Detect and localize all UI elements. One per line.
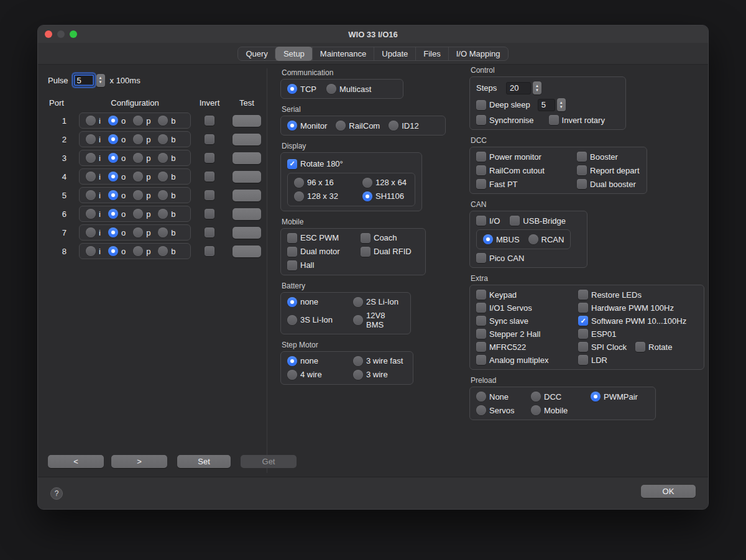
tab-maintenance[interactable]: Maintenance: [312, 47, 374, 60]
radio-dcc[interactable]: [531, 392, 541, 402]
radio-servos[interactable]: [476, 405, 486, 415]
checkbox-fast-pt[interactable]: [476, 179, 486, 189]
radio-2s-li-ion[interactable]: [353, 297, 363, 307]
checkbox-coach[interactable]: [361, 233, 371, 243]
radio-port-4-p[interactable]: [133, 172, 143, 181]
tab-query[interactable]: Query: [238, 47, 275, 60]
radio-12v8-bms[interactable]: [353, 315, 363, 325]
close-button[interactable]: [45, 30, 52, 38]
radio-railcom[interactable]: [336, 121, 346, 131]
next-button[interactable]: >: [111, 455, 167, 468]
ok-button[interactable]: OK: [641, 485, 696, 498]
port-test-button[interactable]: [233, 246, 261, 257]
radio-tcp[interactable]: [287, 84, 297, 94]
checkbox-analog-multiplex[interactable]: [476, 355, 486, 365]
radio-3s-li-ion[interactable]: [287, 315, 297, 325]
radio-id12[interactable]: [389, 121, 398, 131]
checkbox-esc-pwm[interactable]: [287, 233, 297, 243]
radio-port-8-i[interactable]: [86, 246, 96, 256]
radio-port-2-b[interactable]: [158, 134, 168, 144]
port-test-button[interactable]: [233, 152, 261, 164]
checkbox-software-pwm-10-100hz[interactable]: ✓: [578, 316, 588, 326]
radio-port-3-b[interactable]: [158, 153, 168, 163]
get-button[interactable]: Get: [241, 455, 297, 468]
checkbox-restore-leds[interactable]: [578, 290, 588, 300]
checkbox-rotate-180[interactable]: ✓: [287, 159, 297, 169]
checkbox-invert-rotary[interactable]: [549, 115, 559, 125]
deep-sleep-value[interactable]: 5: [538, 99, 555, 111]
checkbox-dual-rfid[interactable]: [361, 247, 371, 257]
checkbox-hardware-pwm-100hz[interactable]: [578, 303, 588, 313]
checkbox-invert-port-3[interactable]: [205, 153, 214, 163]
radio-port-6-b[interactable]: [158, 209, 168, 219]
checkbox-invert-port-6[interactable]: [205, 209, 214, 219]
radio-port-2-i[interactable]: [86, 134, 96, 144]
radio-port-1-p[interactable]: [133, 116, 143, 126]
radio-96-x-16[interactable]: [294, 178, 304, 188]
radio-port-5-i[interactable]: [86, 190, 96, 200]
pulse-stepper[interactable]: ▲▼: [96, 74, 105, 87]
checkbox-rotate[interactable]: [635, 342, 645, 352]
radio-128-x-64[interactable]: [362, 178, 372, 188]
checkbox-i-o1-servos[interactable]: [476, 303, 486, 313]
checkbox-pico-can[interactable]: [476, 253, 486, 263]
steps-stepper[interactable]: ▲▼: [533, 81, 541, 94]
previous-button[interactable]: <: [48, 455, 104, 468]
port-test-button[interactable]: [233, 115, 261, 127]
checkbox-synchronise[interactable]: [476, 115, 486, 125]
checkbox-hall[interactable]: [287, 260, 297, 270]
tab-i-o-mapping[interactable]: I/O Mapping: [448, 47, 508, 60]
port-test-button[interactable]: [233, 190, 261, 201]
radio-4-wire[interactable]: [287, 370, 297, 380]
radio-port-3-i[interactable]: [86, 153, 96, 163]
radio-port-1-o[interactable]: [108, 116, 118, 126]
radio-mbus[interactable]: [483, 234, 493, 244]
checkbox-railcom-cutout[interactable]: [476, 165, 486, 175]
radio-port-2-o[interactable]: [108, 134, 118, 144]
tab-update[interactable]: Update: [374, 47, 415, 60]
radio-port-6-p[interactable]: [133, 209, 143, 219]
checkbox-i-o[interactable]: [476, 216, 486, 226]
help-button[interactable]: ?: [50, 487, 63, 500]
checkbox-stepper-2-hall[interactable]: [476, 329, 486, 339]
checkbox-booster[interactable]: [577, 152, 587, 162]
radio-port-5-o[interactable]: [108, 190, 118, 200]
radio-sh1106[interactable]: [362, 191, 372, 201]
checkbox-report-depart[interactable]: [577, 165, 587, 175]
radio-port-7-p[interactable]: [133, 227, 143, 237]
radio-multicast[interactable]: [326, 84, 336, 94]
radio-port-3-p[interactable]: [133, 153, 143, 163]
checkbox-invert-port-5[interactable]: [205, 190, 214, 200]
radio-128-x-32[interactable]: [294, 191, 304, 201]
radio-port-6-o[interactable]: [108, 209, 118, 219]
radio-port-1-i[interactable]: [86, 116, 96, 126]
port-test-button[interactable]: [233, 208, 261, 220]
radio-none[interactable]: [476, 392, 486, 402]
radio-port-3-o[interactable]: [108, 153, 118, 163]
radio-port-8-p[interactable]: [133, 246, 143, 256]
radio-port-6-i[interactable]: [86, 209, 96, 219]
radio-monitor[interactable]: [287, 121, 297, 131]
radio-port-8-b[interactable]: [158, 246, 168, 256]
checkbox-invert-port-4[interactable]: [205, 172, 214, 181]
radio-port-5-p[interactable]: [133, 190, 143, 200]
port-test-button[interactable]: [233, 227, 261, 239]
checkbox-dual-booster[interactable]: [577, 179, 587, 189]
radio-none[interactable]: [287, 356, 297, 366]
checkbox-invert-port-8[interactable]: [205, 246, 214, 256]
checkbox-sync-slave[interactable]: [476, 316, 486, 326]
checkbox-invert-port-2[interactable]: [205, 134, 214, 144]
checkbox-invert-port-7[interactable]: [205, 227, 214, 237]
checkbox-dual-motor[interactable]: [287, 247, 297, 257]
radio-none[interactable]: [287, 297, 297, 307]
checkbox-spi-clock[interactable]: [578, 342, 588, 352]
port-test-button[interactable]: [233, 171, 261, 183]
radio-pwmpair[interactable]: [591, 392, 601, 402]
radio-port-8-o[interactable]: [108, 246, 118, 256]
radio-port-2-p[interactable]: [133, 134, 143, 144]
radio-3-wire-fast[interactable]: [353, 356, 363, 366]
checkbox-usb-bridge[interactable]: [510, 216, 520, 226]
port-test-button[interactable]: [233, 134, 261, 145]
set-button[interactable]: Set: [177, 455, 231, 468]
deep-sleep-stepper[interactable]: ▲▼: [557, 98, 566, 111]
